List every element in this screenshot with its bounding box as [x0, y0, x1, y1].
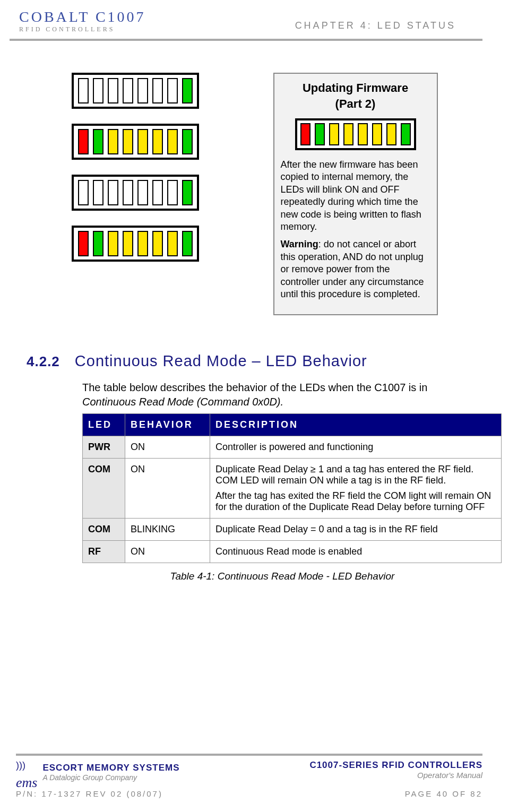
led-green	[315, 123, 325, 145]
cell-behavior: ON	[125, 436, 210, 459]
led-off	[137, 78, 148, 103]
intro-italic: Continuous Read Mode (Command 0x0D).	[82, 396, 283, 408]
table-row: COMONDuplicate Read Delay ≥ 1 and a tag …	[83, 459, 502, 519]
led-off	[93, 78, 103, 103]
table-row: COMBLINKINGDuplicate Read Delay = 0 and …	[83, 519, 502, 541]
led-yellow	[358, 123, 368, 145]
cell-led: PWR	[83, 436, 125, 459]
led-green	[93, 129, 103, 154]
section-number: 4.2.2	[27, 353, 60, 370]
led-off	[167, 78, 178, 103]
info-box-paragraph-2: Warning: do not cancel or abort this ope…	[281, 238, 430, 300]
th-behavior: BEHAVIOR	[125, 414, 210, 436]
led-yellow	[167, 231, 178, 256]
led-yellow	[108, 231, 118, 256]
wave-icon: )))	[16, 760, 25, 771]
cell-description: Continuous Read mode is enabled	[210, 541, 502, 563]
led-off	[123, 78, 133, 103]
led-green	[401, 123, 411, 145]
intro-text: The table below describes the behavior o…	[82, 382, 427, 393]
header-logo: COBALT C1007 RFID CONTROLLERS	[19, 10, 146, 33]
th-led: LED	[83, 414, 125, 436]
led-strip	[72, 73, 199, 109]
intro-paragraph: The table below describes the behavior o…	[82, 381, 482, 409]
led-off	[152, 78, 163, 103]
led-yellow	[167, 129, 178, 154]
info-box-updating-firmware: Updating Firmware (Part 2) After the new…	[273, 73, 438, 315]
section-heading: 4.2.2 Continuous Read Mode – LED Behavio…	[27, 352, 482, 370]
led-off	[108, 78, 118, 103]
section-title: Continuous Read Mode – LED Behavior	[75, 352, 367, 370]
cell-description: Duplicate Read Delay = 0 and a tag is in…	[210, 519, 502, 541]
led-yellow	[152, 231, 163, 256]
led-strip	[72, 226, 199, 262]
led-yellow	[137, 231, 148, 256]
led-off	[137, 180, 148, 205]
page-footer: ))) ems ESCORT MEMORY SYSTEMS A Datalogi…	[0, 754, 509, 812]
table-row: RFONContinuous Read mode is enabled	[83, 541, 502, 563]
led-yellow	[123, 129, 133, 154]
footer-left-line2: A Datalogic Group Company	[42, 773, 179, 782]
led-off	[78, 78, 89, 103]
content: Updating Firmware (Part 2) After the new…	[0, 41, 509, 582]
footer-left: ))) ems ESCORT MEMORY SYSTEMS A Datalogi…	[16, 760, 180, 784]
footer-bottom: P/N: 17-1327 REV 02 (08/07) PAGE 40 OF 8…	[16, 789, 482, 798]
cell-led: COM	[83, 519, 125, 541]
cell-led: COM	[83, 459, 125, 519]
led-green	[182, 129, 193, 154]
led-strip	[295, 118, 416, 150]
page-header: COBALT C1007 RFID CONTROLLERS CHAPTER 4:…	[10, 0, 482, 41]
led-yellow	[108, 129, 118, 154]
led-behavior-table: LED BEHAVIOR DESCRIPTION PWRONController…	[82, 413, 502, 563]
cell-behavior: BLINKING	[125, 519, 210, 541]
led-yellow	[343, 123, 353, 145]
led-red	[78, 231, 89, 256]
led-green	[182, 180, 193, 205]
cell-behavior: ON	[125, 541, 210, 563]
led-green	[182, 78, 193, 103]
led-off	[123, 180, 133, 205]
ems-logo-text: ESCORT MEMORY SYSTEMS A Datalogic Group …	[42, 763, 179, 782]
led-off	[108, 180, 118, 205]
cell-description: Controller is powered and functioning	[210, 436, 502, 459]
info-box-led-container	[281, 118, 430, 150]
led-yellow	[123, 231, 133, 256]
footer-inner: ))) ems ESCORT MEMORY SYSTEMS A Datalogi…	[16, 754, 482, 784]
table-row: PWRONController is powered and functioni…	[83, 436, 502, 459]
led-strip	[72, 124, 199, 160]
led-yellow	[329, 123, 339, 145]
cell-led: RF	[83, 541, 125, 563]
cell-behavior: ON	[125, 459, 210, 519]
info-box-title: Updating Firmware	[281, 81, 430, 95]
led-off	[93, 180, 103, 205]
led-yellow	[386, 123, 396, 145]
footer-right-line2: Operator's Manual	[309, 771, 482, 780]
th-description: DESCRIPTION	[210, 414, 502, 436]
info-box-subtitle: (Part 2)	[281, 97, 430, 111]
part-number: P/N: 17-1327 REV 02 (08/07)	[16, 789, 163, 798]
table-caption: Table 4-1: Continuous Read Mode - LED Be…	[82, 571, 482, 582]
led-yellow	[152, 129, 163, 154]
ems-logo-icon: ))) ems	[16, 760, 37, 784]
chapter-label: CHAPTER 4: LED STATUS	[295, 20, 456, 31]
footer-right-line1: C1007-SERIES RFID CONTROLLERS	[309, 760, 482, 771]
footer-left-line1: ESCORT MEMORY SYSTEMS	[42, 763, 179, 773]
ems-text: ems	[16, 775, 37, 790]
warning-label: Warning	[281, 239, 318, 249]
led-strip	[72, 175, 199, 211]
info-box-paragraph-1: After the new firmware has been copied t…	[281, 159, 430, 233]
led-off	[167, 180, 178, 205]
led-red	[300, 123, 310, 145]
logo-line2: RFID CONTROLLERS	[19, 25, 146, 33]
page: COBALT C1007 RFID CONTROLLERS CHAPTER 4:…	[0, 0, 509, 812]
led-column	[72, 73, 199, 262]
cell-description: Duplicate Read Delay ≥ 1 and a tag has e…	[210, 459, 502, 519]
page-number: PAGE 40 OF 82	[405, 789, 482, 798]
led-off	[152, 180, 163, 205]
footer-right: C1007-SERIES RFID CONTROLLERS Operator's…	[309, 760, 482, 780]
diagram-row: Updating Firmware (Part 2) After the new…	[27, 73, 482, 315]
led-yellow	[137, 129, 148, 154]
led-off	[78, 180, 89, 205]
led-yellow	[372, 123, 382, 145]
led-green	[93, 231, 103, 256]
